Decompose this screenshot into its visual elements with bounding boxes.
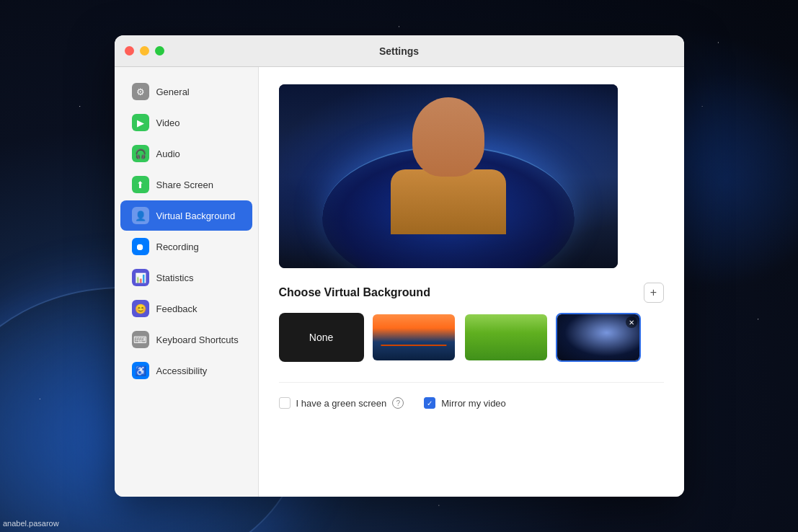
green-screen-help-icon[interactable]: ?: [392, 397, 404, 409]
person-head: [412, 97, 484, 177]
sidebar-item-keyboard-shortcuts[interactable]: ⌨Keyboard Shortcuts: [120, 324, 252, 355]
sidebar-item-virtual-background[interactable]: 👤Virtual Background: [120, 200, 252, 231]
audio-icon: 🎧: [132, 145, 149, 162]
section-header: Choose Virtual Background +: [279, 283, 664, 303]
general-label: General: [156, 87, 190, 97]
green-screen-option[interactable]: I have a green screen ?: [279, 397, 404, 409]
add-background-button[interactable]: +: [644, 283, 664, 303]
bg-grass[interactable]: [464, 313, 549, 362]
sidebar-item-statistics[interactable]: 📊Statistics: [120, 262, 252, 293]
audio-label: Audio: [156, 148, 180, 159]
keyboard-shortcuts-label: Keyboard Shortcuts: [156, 334, 239, 345]
settings-modal: Settings ⚙General▶Video🎧Audio⬆Share Scre…: [115, 35, 684, 497]
feedback-label: Feedback: [156, 303, 198, 314]
content-area: Choose Virtual Background + None: [259, 67, 684, 497]
feedback-icon: 😊: [132, 300, 149, 317]
bg-grass-image: [465, 314, 547, 360]
statistics-icon: 📊: [132, 269, 149, 286]
modal-title: Settings: [379, 45, 419, 57]
sidebar-item-audio[interactable]: 🎧Audio: [120, 138, 252, 169]
video-preview: [279, 84, 618, 268]
bottom-label: anabel.pasarow: [3, 519, 59, 528]
titlebar: Settings: [115, 35, 684, 67]
window-controls: [125, 46, 164, 56]
green-screen-label: I have a green screen: [296, 398, 387, 409]
general-icon: ⚙: [132, 83, 149, 100]
accessibility-label: Accessibility: [156, 365, 208, 376]
sidebar-item-recording[interactable]: ⏺Recording: [120, 231, 252, 262]
virtual-background-icon: 👤: [132, 207, 149, 224]
recording-label: Recording: [156, 241, 199, 252]
backgrounds-row: None ✕: [279, 313, 664, 362]
video-icon: ▶: [132, 114, 149, 131]
video-person: [279, 84, 618, 268]
sidebar-item-feedback[interactable]: 😊Feedback: [120, 293, 252, 324]
bg-bridge-image: [373, 314, 455, 360]
video-label: Video: [156, 118, 180, 128]
statistics-label: Statistics: [156, 272, 194, 283]
section-title: Choose Virtual Background: [279, 286, 430, 299]
virtual-background-label: Virtual Background: [156, 210, 236, 221]
accessibility-icon: ♿: [132, 362, 149, 379]
bg-space[interactable]: ✕: [556, 313, 641, 362]
minimize-button[interactable]: [140, 46, 149, 56]
sidebar: ⚙General▶Video🎧Audio⬆Share Screen👤Virtua…: [115, 67, 259, 497]
mirror-video-option[interactable]: ✓ Mirror my video: [424, 397, 506, 409]
close-button[interactable]: [125, 46, 134, 56]
person-silhouette: [384, 97, 513, 256]
sidebar-item-general[interactable]: ⚙General: [120, 76, 252, 107]
sidebar-item-accessibility[interactable]: ♿Accessibility: [120, 355, 252, 386]
person-body: [391, 169, 506, 234]
mirror-video-checkbox[interactable]: ✓: [424, 397, 435, 409]
recording-icon: ⏺: [132, 238, 149, 255]
bg-bridge[interactable]: [371, 313, 456, 362]
share-screen-icon: ⬆: [132, 176, 149, 193]
green-screen-checkbox[interactable]: [279, 397, 291, 409]
sidebar-item-video[interactable]: ▶Video: [120, 107, 252, 138]
keyboard-shortcuts-icon: ⌨: [132, 331, 149, 348]
bg-none[interactable]: None: [279, 313, 364, 362]
bg-none-label: None: [309, 332, 333, 343]
mirror-video-label: Mirror my video: [441, 398, 506, 409]
share-screen-label: Share Screen: [156, 179, 214, 190]
remove-bg-button[interactable]: ✕: [626, 316, 637, 328]
sidebar-item-share-screen[interactable]: ⬆Share Screen: [120, 169, 252, 200]
bottom-options: I have a green screen ? ✓ Mirror my vide…: [279, 382, 664, 409]
maximize-button[interactable]: [155, 46, 164, 56]
modal-body: ⚙General▶Video🎧Audio⬆Share Screen👤Virtua…: [115, 67, 684, 497]
